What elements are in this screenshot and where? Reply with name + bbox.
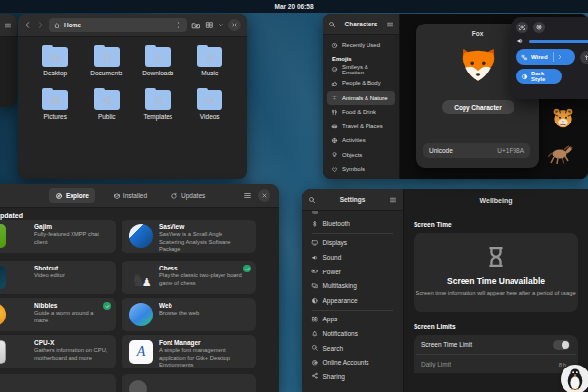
app-card-partial[interactable] <box>0 374 116 392</box>
chevron-down-icon[interactable] <box>218 22 224 28</box>
nav-item-people-body[interactable]: People & Body <box>327 76 395 91</box>
settings-nav-power[interactable]: Power <box>306 265 399 279</box>
folder-item[interactable]: Videos <box>184 90 236 120</box>
folder-item[interactable]: Desktop <box>29 47 81 76</box>
top-bar[interactable]: Mar 20 06:58 <box>0 0 588 13</box>
settings-nav-displays[interactable]: Displays <box>306 236 399 251</box>
app-card-nibbles[interactable]: NibblesGuide a worm around a maze <box>0 298 116 331</box>
copy-character-button[interactable]: Copy Character <box>442 100 514 114</box>
penguin-logo-badge[interactable] <box>561 365 588 392</box>
volume-slider[interactable] <box>529 40 588 43</box>
nav-item-objects[interactable]: Objects <box>327 148 395 163</box>
speaker-icon <box>311 254 318 262</box>
menu-icon[interactable] <box>243 191 252 200</box>
kebab-menu-icon[interactable] <box>174 21 183 29</box>
folder-item[interactable]: Pictures <box>29 90 81 120</box>
wired-network-button[interactable]: Wired <box>516 49 575 65</box>
horse-emoji[interactable] <box>547 142 574 172</box>
background-window-partial[interactable] <box>0 14 17 107</box>
menu-icon[interactable] <box>4 22 12 29</box>
screen-time-heading: Screen Time <box>414 221 578 228</box>
screen-time-limit-switch[interactable] <box>553 340 570 350</box>
screenshot-button[interactable] <box>516 22 528 33</box>
close-button[interactable] <box>228 19 241 31</box>
tab-installed[interactable]: Installed <box>107 188 153 203</box>
menu-icon[interactable] <box>386 21 394 28</box>
tab-updates[interactable]: Updates <box>165 188 211 203</box>
search-icon[interactable] <box>308 196 316 204</box>
folder-item[interactable]: Public <box>81 90 133 120</box>
nav-item-travel-places[interactable]: Travel & Places <box>327 120 395 134</box>
heart-icon <box>331 166 338 172</box>
app-card-web[interactable]: WebBrowse the web <box>122 298 256 331</box>
installed-check-icon <box>243 265 251 272</box>
nav-label: Multitasking <box>323 282 357 289</box>
app-description: Fully-featured XMPP chat client <box>34 231 108 246</box>
unicode-value: U+1F98A <box>497 147 524 154</box>
nav-item-recently-used[interactable]: Recently Used <box>327 38 395 53</box>
nav-item-food-drink[interactable]: Food & Drink <box>327 105 395 120</box>
folder-item[interactable]: Downloads <box>132 47 184 76</box>
clock-icon <box>331 42 338 49</box>
screen-limits-heading: Screen Limits <box>414 323 578 330</box>
nav-item-animals-nature[interactable]: Animals & Nature <box>327 91 395 106</box>
settings-nav-search[interactable]: Search <box>306 341 399 356</box>
search-folder-icon[interactable] <box>191 21 201 30</box>
shotcut-app-icon <box>0 266 6 289</box>
nav-label: Power <box>323 269 341 275</box>
app-description: A simple font management application for… <box>159 347 248 368</box>
app-card-partial[interactable] <box>122 374 256 392</box>
page-title: Wellbeing <box>480 197 513 204</box>
settings-nav-apps[interactable]: Apps <box>306 313 399 327</box>
settings-nav-bluetooth[interactable]: Bluetooth <box>306 217 399 231</box>
app-card-chess[interactable]: ♞♟ChessPlay the classic two-player board… <box>122 261 256 294</box>
dark-style-label: Dark Style <box>531 71 557 82</box>
app-card-sasview[interactable]: SasViewSasView is a Small Angle Scatteri… <box>122 220 256 253</box>
network-wired-icon <box>521 54 528 61</box>
settings-nav-appearance[interactable]: Appearance <box>306 293 399 308</box>
nav-label: Animals & Nature <box>342 95 388 101</box>
folder-item[interactable]: Templates <box>132 90 184 120</box>
breadcrumb[interactable]: Home <box>49 18 187 32</box>
grid-view-icon[interactable] <box>205 21 214 29</box>
search-icon[interactable] <box>328 21 336 28</box>
document-icon <box>101 52 112 63</box>
nav-label: Search <box>323 345 344 352</box>
tiger-face-emoji[interactable] <box>552 107 574 133</box>
settings-nav-sharing[interactable]: Sharing <box>306 369 399 384</box>
settings-gear-button[interactable] <box>533 22 545 33</box>
folder-item[interactable]: Documents <box>81 47 133 76</box>
tab-label: Installed <box>123 192 147 199</box>
partial-nav-item[interactable] <box>312 211 318 214</box>
app-card-font-manager[interactable]: AFont ManagerA simple font management ap… <box>122 335 256 368</box>
video-icon <box>204 95 215 106</box>
nav-item-smileys-emotion[interactable]: Smileys & Emotion <box>327 63 395 77</box>
forward-icon[interactable] <box>36 21 45 29</box>
settings-nav-online-accounts[interactable]: Online Accounts <box>306 355 399 369</box>
compass-icon <box>55 192 63 200</box>
app-card-cpu-x[interactable]: CPU-XGathers information on CPU, motherb… <box>0 335 116 368</box>
nav-item-symbols[interactable]: Symbols <box>327 162 395 176</box>
settings-nav-sound[interactable]: Sound <box>306 250 399 265</box>
cpux-app-icon <box>0 340 6 364</box>
vpn-toggle-button[interactable] <box>580 51 588 64</box>
settings-nav-multitasking[interactable]: Multitasking <box>306 278 399 293</box>
close-button[interactable] <box>258 189 270 202</box>
app-description: Gathers information on CPU, motherboard … <box>34 347 108 362</box>
app-card-shotcut[interactable]: ShotcutVideo editor <box>0 261 116 294</box>
settings-nav-notifications[interactable]: Notifications <box>306 326 399 341</box>
menu-icon[interactable] <box>389 196 397 204</box>
battery-icon <box>311 268 318 275</box>
empty-state-desc: Screen time information will appear here… <box>416 290 575 296</box>
back-icon[interactable] <box>24 21 32 29</box>
speaker-icon <box>516 37 524 45</box>
nav-item-activities[interactable]: Activities <box>327 133 395 148</box>
daily-limit-row: Daily Limit 8 h <box>414 355 578 373</box>
tab-explore[interactable]: Explore <box>49 188 95 203</box>
thumbs-up-icon <box>331 80 338 87</box>
app-card-gajim[interactable]: GajimFully-featured XMPP chat client <box>0 220 116 253</box>
dark-style-button[interactable]: Dark Style <box>516 69 562 84</box>
chevron-right-icon[interactable] <box>557 54 563 60</box>
app-title: Characters <box>339 21 383 27</box>
folder-item[interactable]: Music <box>184 47 236 76</box>
